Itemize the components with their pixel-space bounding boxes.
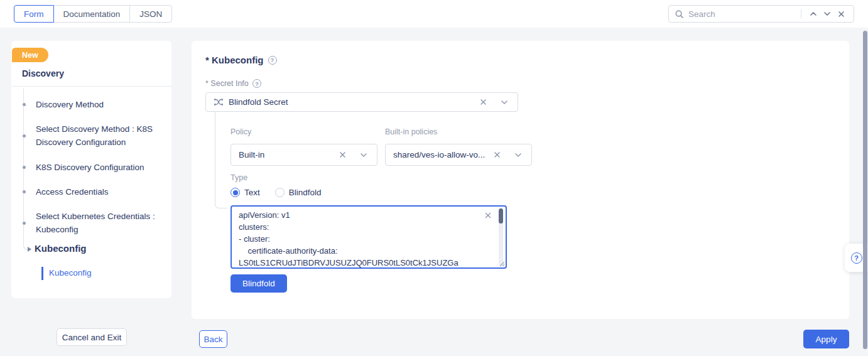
active-item-indicator [41,267,43,280]
textarea-resize-handle[interactable] [499,261,505,267]
sidebar-item-k8s-discovery-configuration[interactable]: K8S Discovery Configuration [36,161,160,174]
sidebar-item-kubeconfig[interactable]: Kubeconfig [35,243,87,254]
new-badge: New [12,48,48,62]
clear-icon[interactable] [335,148,349,162]
radio-option-blindfold-label: Blindfold [289,188,322,197]
builtin-policies-label: Built-in policies [385,127,437,136]
secret-shuffle-icon [214,97,224,107]
sidebar-item-select-kubernetes-credentials[interactable]: Select Kubernetes Credentials : Kubeconf… [36,210,160,236]
kubeconfig-textarea[interactable]: apiVersion: v1 clusters: - cluster: cert… [231,205,507,269]
sidebar-section-title: Discovery [22,68,64,78]
form-panel: * Kubeconfig ? * Secret Info ? Blindfold… [192,41,849,319]
sidebar-item-access-credentials[interactable]: Access Credentials [36,185,160,198]
radio-option-text-label: Text [244,188,260,197]
stepper-sidebar: New Discovery Discovery Method Select Di… [11,41,171,298]
sidebar-divider [11,86,171,87]
nested-field-connector [215,112,227,208]
tab-json[interactable]: JSON [129,5,172,23]
view-tabs: Form Documentation JSON [14,5,172,23]
radio-option-blindfold[interactable]: Blindfold [275,188,322,197]
kubeconfig-textarea-wrap: apiVersion: v1 clusters: - cluster: cert… [231,205,507,269]
secret-info-label-text: * Secret Info [205,79,249,88]
search-input[interactable] [688,9,798,19]
expand-arrow-icon [28,247,31,252]
sidebar-item-discovery-method[interactable]: Discovery Method [36,98,160,111]
find-next-button[interactable] [820,7,834,21]
secret-info-label: * Secret Info ? [205,79,261,88]
type-radio-group: Text Blindfold [231,188,322,197]
apply-button[interactable]: Apply [803,330,849,348]
type-label: Type [231,173,247,182]
radio-unselected-icon [275,188,285,197]
chevron-down-icon[interactable] [357,148,371,162]
sidebar-item-select-discovery-method[interactable]: Select Discovery Method : K8S Discovery … [36,122,160,149]
radio-selected-icon [231,188,240,197]
textarea-scrollbar-thumb[interactable] [499,208,503,224]
find-previous-button[interactable] [806,7,820,21]
search-icon [675,9,684,19]
info-icon[interactable]: ? [268,56,277,65]
search-box [668,5,854,23]
builtin-policies-select[interactable]: shared/ves-io-allow-vo... [385,144,532,166]
search-close-icon[interactable] [834,7,848,21]
chevron-down-icon[interactable] [511,148,525,162]
stepper-line [23,89,29,250]
form-title: * Kubeconfig ? [205,55,277,65]
chevron-down-icon[interactable] [497,95,511,109]
secret-info-select[interactable]: Blindfold Secret [205,92,518,112]
secret-info-select-value: Blindfold Secret [229,97,476,107]
radio-option-text[interactable]: Text [231,188,260,197]
tab-form[interactable]: Form [14,5,54,23]
blindfold-button[interactable]: Blindfold [231,274,287,293]
sidebar-subitem-kubeconfig[interactable]: Kubeconfig [49,268,92,278]
clear-icon[interactable] [490,148,504,162]
search-divider [801,9,801,19]
builtin-policies-select-value: shared/ves-io-allow-vo... [393,150,490,159]
textarea-clear-icon[interactable] [484,210,492,222]
page-scrollbar-thumb[interactable] [863,31,867,349]
policy-select[interactable]: Built-in [231,144,377,166]
info-icon[interactable]: ? [252,79,261,88]
tab-documentation[interactable]: Documentation [53,5,131,23]
top-bar: Form Documentation JSON [0,0,868,28]
cancel-and-exit-button[interactable]: Cancel and Exit [57,328,127,346]
help-icon[interactable]: ? [851,252,862,264]
back-button[interactable]: Back [199,330,227,348]
policy-select-value: Built-in [239,150,335,159]
clear-icon[interactable] [476,95,490,109]
policy-label: Policy [231,127,251,136]
form-title-text: * Kubeconfig [205,55,264,65]
